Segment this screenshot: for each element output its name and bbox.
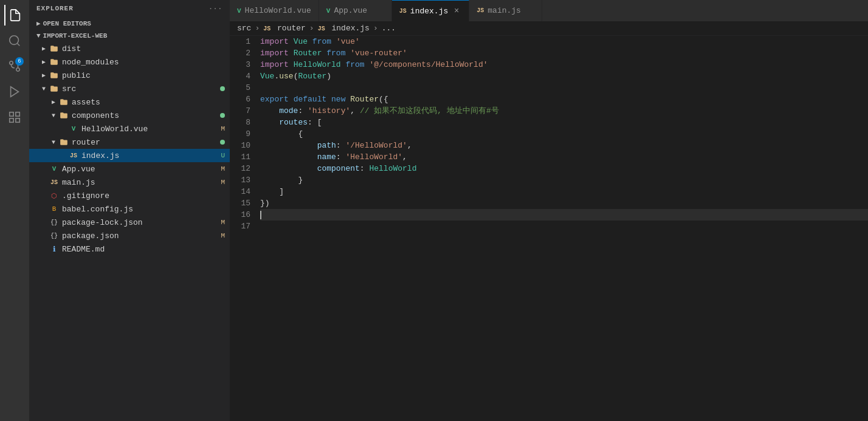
- line-content[interactable]: [260, 82, 868, 94]
- svg-point-2: [16, 68, 20, 72]
- breadcrumb-router[interactable]: JS router: [263, 24, 306, 33]
- folder-icon: [49, 58, 60, 66]
- tree-item-badge: M: [221, 219, 225, 226]
- tree-item-main-js[interactable]: JS main.js M: [29, 176, 230, 189]
- line-content[interactable]: name: 'HelloWorld',: [260, 151, 868, 163]
- tree-item-router[interactable]: ▼ router: [29, 135, 230, 149]
- files-icon[interactable]: [4, 5, 25, 26]
- open-editors-section[interactable]: ▶ OPEN EDITORS: [29, 17, 230, 30]
- code-line: 1 import Vue from 'vue': [230, 36, 868, 47]
- tree-item-assets[interactable]: ▶ assets: [29, 95, 230, 109]
- run-icon[interactable]: [4, 81, 25, 102]
- editor-area: V HelloWorld.vue V App.vue JS index.js ×…: [230, 0, 868, 421]
- tab-app-vue[interactable]: V App.vue: [319, 0, 392, 21]
- tree-item-index-js[interactable]: JS index.js U: [29, 149, 230, 162]
- folder-arrow: ▼: [49, 139, 58, 146]
- svg-line-1: [17, 43, 19, 46]
- tree-item-package-lock[interactable]: {} package-lock.json M: [29, 216, 230, 229]
- tree-item-src[interactable]: ▼ src: [29, 82, 230, 95]
- sidebar-more-icon[interactable]: ···: [208, 5, 222, 12]
- tab-index-js[interactable]: JS index.js ×: [392, 0, 469, 21]
- js-breadcrumb-icon: JS: [318, 26, 325, 32]
- folder-icon: [58, 111, 69, 120]
- tree-item-label: node_modules: [62, 58, 230, 67]
- breadcrumb: src › JS router › JS index.js › ...: [230, 21, 868, 36]
- line-content[interactable]: [260, 221, 868, 232]
- source-control-icon[interactable]: 6: [4, 56, 25, 77]
- tree-item-label: dist: [62, 44, 230, 53]
- folder-arrow: ▶: [39, 58, 49, 66]
- sidebar: Explorer ··· ▶ OPEN EDITORS ▼ IMPORT-EXC…: [29, 0, 230, 421]
- tree-item-label: public: [62, 71, 230, 80]
- folder-arrow: ▶: [49, 98, 58, 106]
- svg-rect-6: [10, 112, 13, 116]
- project-section[interactable]: ▼ IMPORT-EXCEL-WEB: [29, 30, 230, 42]
- tab-label: HelloWorld.vue: [245, 6, 311, 15]
- sidebar-title: Explorer: [36, 5, 74, 12]
- folder-icon: [58, 98, 69, 106]
- line-content[interactable]: export default new Router({: [260, 94, 868, 105]
- tree-item-readme[interactable]: ℹ README.md: [29, 242, 230, 256]
- tab-helloworld-vue[interactable]: V HelloWorld.vue: [230, 0, 319, 21]
- search-icon[interactable]: [4, 30, 25, 51]
- line-content[interactable]: import HelloWorld from '@/components/Hel…: [260, 59, 868, 70]
- json-file-icon: {}: [49, 219, 60, 226]
- breadcrumb-ellipsis[interactable]: ...: [382, 24, 396, 33]
- folder-arrow: ▶: [39, 45, 49, 52]
- code-line: 9 {: [230, 128, 868, 140]
- info-file-icon: ℹ: [49, 245, 60, 254]
- line-content[interactable]: path: '/HelloWorld',: [260, 140, 868, 151]
- code-line: 12 component: HelloWorld: [230, 163, 868, 174]
- line-content[interactable]: routes: [: [260, 117, 868, 128]
- line-content[interactable]: ]: [260, 186, 868, 197]
- line-number: 2: [230, 47, 260, 59]
- line-number: 10: [230, 140, 260, 151]
- tree-item-babel-config[interactable]: B babel.config.js: [29, 202, 230, 216]
- tree-item-label: components: [72, 111, 220, 120]
- line-number: 13: [230, 174, 260, 186]
- tree-item-public[interactable]: ▶ public: [29, 69, 230, 82]
- line-content[interactable]: component: HelloWorld: [260, 163, 868, 174]
- code-line: 10 path: '/HelloWorld',: [230, 140, 868, 151]
- open-editors-label: OPEN EDITORS: [43, 20, 91, 27]
- tree-item-components[interactable]: ▼ components: [29, 109, 230, 122]
- tree-item-label: HelloWorld.vue: [81, 125, 221, 134]
- line-number: 9: [230, 128, 260, 140]
- svg-point-0: [10, 36, 19, 45]
- tree-item-label: README.md: [62, 245, 230, 254]
- code-line: 4 Vue.use(Router): [230, 70, 868, 82]
- line-content[interactable]: }): [260, 197, 868, 209]
- tree-item-helloworld-vue[interactable]: V HelloWorld.vue M: [29, 122, 230, 135]
- line-content[interactable]: mode: 'history', // 如果不加这段代码, 地址中间有#号: [260, 105, 868, 117]
- line-content[interactable]: }: [260, 174, 868, 186]
- file-tree: ▶ dist ▶ node_modules ▶ public: [29, 42, 230, 256]
- line-content[interactable]: import Router from 'vue-router': [260, 47, 868, 59]
- tab-close-button[interactable]: ×: [452, 6, 461, 16]
- source-control-badge: 6: [15, 57, 24, 66]
- line-content[interactable]: import Vue from 'vue': [260, 36, 868, 47]
- line-content[interactable]: {: [260, 128, 868, 140]
- line-number: 12: [230, 163, 260, 174]
- line-number: 16: [230, 209, 260, 221]
- tree-item-node-modules[interactable]: ▶ node_modules: [29, 55, 230, 69]
- tree-item-package-json[interactable]: {} package.json M: [29, 229, 230, 242]
- tab-bar: V HelloWorld.vue V App.vue JS index.js ×…: [230, 0, 868, 21]
- code-editor[interactable]: 1 import Vue from 'vue' 2 import Router …: [230, 36, 868, 421]
- tree-item-app-vue[interactable]: V App.vue M: [29, 162, 230, 176]
- tree-item-dist[interactable]: ▶ dist: [29, 42, 230, 55]
- extensions-icon[interactable]: [4, 107, 25, 128]
- breadcrumb-index-js[interactable]: JS index.js: [318, 24, 370, 33]
- tab-main-js[interactable]: JS main.js: [469, 0, 542, 21]
- line-content[interactable]: Vue.use(Router): [260, 70, 868, 82]
- modified-dot: [220, 86, 225, 91]
- breadcrumb-src[interactable]: src: [237, 24, 251, 33]
- js-file-icon: JS: [68, 152, 79, 159]
- line-content[interactable]: [260, 209, 868, 221]
- tree-item-gitignore[interactable]: ⬡ .gitignore: [29, 189, 230, 202]
- folder-icon: [49, 44, 60, 53]
- vue-file-icon: V: [49, 165, 60, 173]
- tree-item-label: router: [72, 138, 220, 147]
- line-number: 4: [230, 70, 260, 82]
- text-cursor: [260, 211, 261, 219]
- code-line: 8 routes: [: [230, 117, 868, 128]
